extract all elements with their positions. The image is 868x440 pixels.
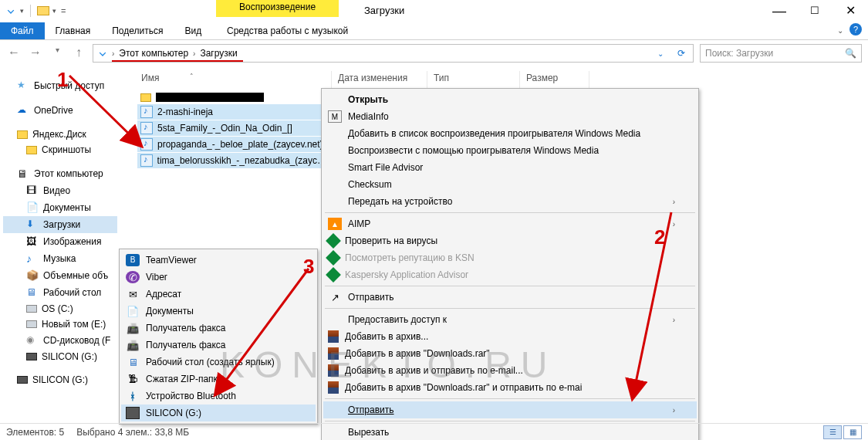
menu-item[interactable]: Добавить в список воспроизведения проигр… <box>323 125 697 142</box>
dropdown-caret-icon[interactable]: ▾ <box>52 7 56 15</box>
tree-item[interactable]: Видео <box>3 182 117 199</box>
tree-item[interactable]: Скриншоты <box>3 142 117 157</box>
menu-item[interactable]: Документы <box>121 303 316 320</box>
menu-item[interactable]: Адресат <box>121 286 316 303</box>
menu-item[interactable]: Сжатая ZIP-папка <box>121 371 316 388</box>
tree-item[interactable]: OS (C:) <box>3 301 117 316</box>
title-bar: ▾ ▾ = Воспроизведение Загрузки — ☐ ✕ <box>0 0 868 22</box>
tree-item[interactable]: Яндекс.Диск <box>3 127 117 142</box>
tree-item[interactable]: Музыка <box>3 250 117 267</box>
pic-icon <box>26 235 39 248</box>
tree-item[interactable]: Рабочий стол <box>3 284 117 301</box>
music-icon <box>26 252 39 265</box>
menu-item[interactable]: Добавить в архив... <box>323 328 697 345</box>
nav-history-caret-icon[interactable]: ▾ <box>49 46 65 61</box>
tree-item[interactable]: Этот компьютер <box>3 165 117 182</box>
menu-item[interactable]: BTeamViewer <box>121 252 316 269</box>
navigation-tree: Быстрый доступOneDriveЯндекс.ДискСкриншо… <box>3 77 117 421</box>
col-name[interactable]: Имя˄ <box>135 71 332 88</box>
redacted-name <box>156 93 264 102</box>
minimize-button[interactable]: — <box>762 0 797 22</box>
chevron-right-icon[interactable]: › <box>193 49 195 58</box>
menu-item[interactable]: Устройство Bluetooth <box>121 388 316 404</box>
tab-music-tools[interactable]: Средства работы с музыкой <box>216 22 359 39</box>
nav-forward-button[interactable]: → <box>28 46 43 61</box>
menu-item-label: Отправить <box>348 404 394 415</box>
menu-item[interactable]: MMediaInfo <box>323 108 697 125</box>
menu-item[interactable]: Проверить на вирусы <box>323 232 697 249</box>
tree-item[interactable]: Новый том (E:) <box>3 316 117 332</box>
menu-item-label: Посмотреть репутацию в KSN <box>345 252 475 263</box>
file-row[interactable]: tima_belorusskikh_-_nezabudka_(zaycev... <box>137 153 332 168</box>
file-row[interactable]: 2-mashi-ineja <box>137 104 332 120</box>
file-list: 2-mashi-ineja5sta_Family_-_Odin_Na_Odin_… <box>137 91 332 169</box>
col-size[interactable]: Размер <box>520 71 589 88</box>
column-headers: Имя˄ Дата изменения Тип Размер <box>135 71 865 88</box>
menu-item[interactable]: Smart File Advisor <box>323 159 697 176</box>
menu-item-label: Предоставить доступ к <box>348 314 447 325</box>
tree-item[interactable]: Документы <box>3 199 117 216</box>
tree-item[interactable]: CD-дисковод (F <box>3 332 117 349</box>
nav-up-button[interactable]: ↑ <box>71 46 86 61</box>
tree-item[interactable]: SILICON (G:) <box>3 349 117 364</box>
tree-item[interactable]: Изображения <box>3 233 117 250</box>
menu-item[interactable]: Добавить в архив "Downloads.rar" <box>323 345 697 362</box>
menu-item[interactable]: Открыть <box>323 91 697 108</box>
blank-icon <box>328 313 342 326</box>
search-input[interactable]: Поиск: Загрузки 🔍 <box>700 44 862 63</box>
view-large-button[interactable]: ▦ <box>843 425 862 439</box>
ribbon-collapse-icon[interactable]: ⌄ <box>837 26 843 35</box>
menu-item[interactable]: Рабочий стол (создать ярлык) <box>121 354 316 371</box>
menu-item[interactable]: Добавить в архив "Downloads.rar" и отпра… <box>323 379 697 396</box>
tab-file[interactable]: Файл <box>0 22 45 39</box>
menu-item[interactable]: Получатель факса <box>121 337 316 354</box>
menu-item[interactable]: Checksum <box>323 176 697 193</box>
breadcrumb-item[interactable]: Загрузки <box>198 48 238 59</box>
dropdown-caret-icon[interactable]: ▾ <box>20 7 24 15</box>
file-row[interactable] <box>137 91 332 103</box>
breadcrumb-item[interactable]: Этот компьютер <box>117 48 190 59</box>
file-name: 2-mashi-ineja <box>157 107 213 117</box>
menu-item[interactable]: Передать на устройство› <box>323 193 697 210</box>
view-details-button[interactable]: ☰ <box>823 425 842 439</box>
col-type[interactable]: Тип <box>427 71 520 88</box>
menu-item[interactable]: Предоставить доступ к› <box>323 311 697 328</box>
history-caret-icon[interactable]: ⌄ <box>651 49 670 58</box>
desk-icon <box>26 286 39 299</box>
col-date[interactable]: Дата изменения <box>332 71 427 88</box>
search-icon[interactable]: 🔍 <box>845 48 856 59</box>
help-icon[interactable]: ? <box>849 23 862 36</box>
tree-item[interactable]: Быстрый доступ <box>3 77 117 94</box>
file-row[interactable]: 5sta_Family_-_Odin_Na_Odin_[] <box>137 120 332 136</box>
menu-item[interactable]: ▲AIMP› <box>323 215 697 232</box>
menu-item[interactable]: Воспроизвести с помощью проигрывателя Wi… <box>323 142 697 159</box>
tree-item[interactable]: Объемные объ <box>3 267 117 284</box>
chevron-right-icon[interactable]: › <box>112 49 114 58</box>
download-icon <box>96 47 109 59</box>
doc-icon <box>26 201 39 214</box>
tab-share[interactable]: Поделиться <box>101 22 174 39</box>
menu-item-label: Сжатая ZIP-папка <box>146 374 223 384</box>
sort-asc-icon: ˄ <box>190 73 194 86</box>
tree-item[interactable]: Загрузки <box>3 216 117 233</box>
maximize-button[interactable]: ☐ <box>797 0 833 22</box>
refresh-icon[interactable]: ⟳ <box>673 48 690 59</box>
pc-icon <box>17 168 29 180</box>
nav-back-button[interactable]: ← <box>6 46 22 61</box>
tab-home[interactable]: Главная <box>45 22 102 39</box>
menu-item[interactable]: Отправить <box>323 289 697 306</box>
file-row[interactable]: propaganda_-_beloe_plate_(zaycev.net) <box>137 137 332 152</box>
menu-item[interactable]: SILICON (G:) <box>121 404 316 421</box>
close-button[interactable]: ✕ <box>833 0 868 22</box>
menu-item-label: MediaInfo <box>348 111 389 122</box>
submenu-arrow-icon: › <box>673 316 675 324</box>
menu-item[interactable]: Отправить› <box>323 401 697 418</box>
tree-item[interactable]: SILICON (G:) <box>3 372 117 388</box>
tab-view[interactable]: Вид <box>174 22 212 39</box>
submenu-arrow-icon: › <box>673 406 675 415</box>
tree-item[interactable]: OneDrive <box>3 102 117 119</box>
ribbon-context-tab[interactable]: Воспроизведение <box>216 0 339 17</box>
menu-item[interactable]: Добавить в архив и отправить по e-mail..… <box>323 362 697 379</box>
menu-item[interactable]: Получатель факса <box>121 320 316 337</box>
menu-item[interactable]: ✆Viber <box>121 269 316 286</box>
